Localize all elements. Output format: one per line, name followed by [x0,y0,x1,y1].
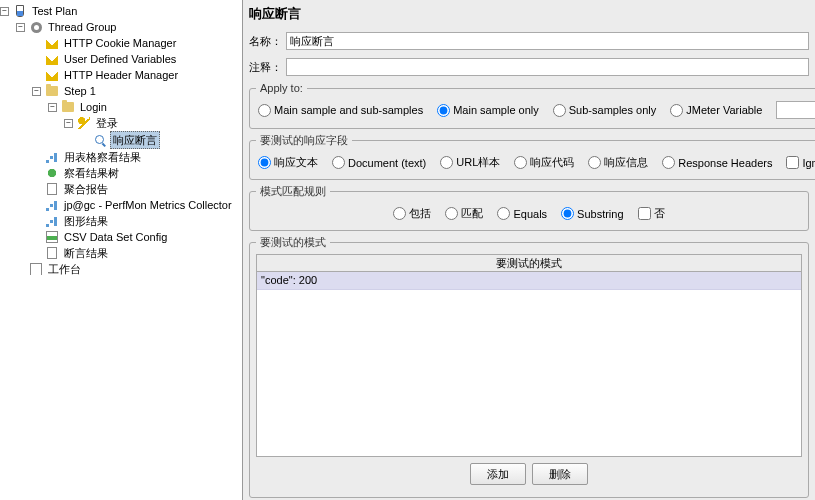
tree-item[interactable]: User Defined Variables [32,51,242,67]
tree-item[interactable]: jp@gc - PerfMon Metrics Collector [32,197,242,213]
tree-item[interactable]: HTTP Cookie Manager [32,35,242,51]
rf-opt5[interactable]: 响应信息 [588,155,648,170]
tree-panel: − Test Plan − Thread Group HTTP Cookie M… [0,0,243,500]
response-field-legend: 要测试的响应字段 [256,133,352,148]
name-input[interactable] [286,32,809,50]
match-rule-legend: 模式匹配规则 [256,184,330,199]
tree-item[interactable]: HTTP Header Manager [32,67,242,83]
rf-opt2[interactable]: Document (text) [332,156,426,169]
tree-item[interactable]: 图形结果 [32,213,242,229]
name-label: 名称： [249,34,282,49]
tree-item[interactable]: 断言结果 [32,245,242,261]
add-button[interactable]: 添加 [470,463,526,485]
panel-title: 响应断言 [243,0,815,28]
apply-opt4[interactable]: JMeter Variable [670,104,762,117]
jmeter-variable-input[interactable] [776,101,815,119]
collapse-icon[interactable]: − [16,23,25,32]
comment-label: 注释： [249,60,282,75]
mr-opt1[interactable]: 包括 [393,206,431,221]
tree-item[interactable]: 察看结果树 [32,165,242,181]
right-panel: 响应断言 名称： 注释： Apply to: Main sample and s… [243,0,815,500]
tree-item[interactable]: 聚合报告 [32,181,242,197]
folder-icon [45,84,59,98]
beaker-icon [13,4,27,18]
tree-threadgroup[interactable]: − Thread Group HTTP Cookie Manager User … [16,19,242,261]
wrench-icon [45,36,59,50]
magnify-icon [93,133,107,147]
doc-icon [45,246,59,260]
rf-opt3[interactable]: URL样本 [440,155,500,170]
tree-step1[interactable]: − Step 1 − Login − 登录 响应断言 [32,83,242,149]
tree-item[interactable]: CSV Data Set Config [32,229,242,245]
tree-item-selected[interactable]: 响应断言 [80,131,242,149]
collapse-icon[interactable]: − [64,119,73,128]
response-field-fieldset: 要测试的响应字段 响应文本 Document (text) URL样本 响应代码… [249,133,815,180]
rf-ignore[interactable]: Ignore Status [786,156,815,169]
tree-login[interactable]: − Login − 登录 响应断言 [48,99,242,149]
mr-opt2[interactable]: 匹配 [445,206,483,221]
tree-label-testplan[interactable]: Test Plan [30,3,79,19]
mr-opt3[interactable]: Equals [497,207,547,220]
mr-not[interactable]: 否 [638,206,665,221]
patterns-legend: 要测试的模式 [256,235,330,250]
wrench-icon [45,68,59,82]
patterns-column-header: 要测试的模式 [256,254,802,272]
chart-icon [45,198,59,212]
folder-icon [61,100,75,114]
csv-icon [45,230,59,244]
apply-to-fieldset: Apply to: Main sample and sub-samples Ma… [249,82,815,129]
doc-icon [45,182,59,196]
rf-opt6[interactable]: Response Headers [662,156,772,169]
apply-to-legend: Apply to: [256,82,307,94]
wrench-icon [45,52,59,66]
rf-opt1[interactable]: 响应文本 [258,155,318,170]
delete-button[interactable]: 删除 [532,463,588,485]
tree-item[interactable]: 用表格察看结果 [32,149,242,165]
patterns-table-body[interactable]: "code": 200 [256,272,802,457]
comment-input[interactable] [286,58,809,76]
apply-opt1[interactable]: Main sample and sub-samples [258,104,423,117]
collapse-icon[interactable]: − [48,103,57,112]
chart-icon [45,214,59,228]
gear-icon [29,20,43,34]
match-rule-fieldset: 模式匹配规则 包括 匹配 Equals Substring 否 [249,184,809,231]
apply-opt3[interactable]: Sub-samples only [553,104,656,117]
tree-root[interactable]: − Test Plan − Thread Group HTTP Cookie M… [0,3,242,277]
key-icon [77,116,91,130]
mr-opt4[interactable]: Substring [561,207,623,220]
patterns-fieldset: 要测试的模式 要测试的模式 "code": 200 添加 删除 [249,235,809,498]
tree-icon [45,166,59,180]
rf-opt4[interactable]: 响应代码 [514,155,574,170]
workbench-icon [29,262,43,276]
apply-opt2[interactable]: Main sample only [437,104,539,117]
collapse-icon[interactable]: − [32,87,41,96]
tree-workbench[interactable]: 工作台 [16,261,242,277]
collapse-icon[interactable]: − [0,7,9,16]
tree-loginreq[interactable]: − 登录 响应断言 [64,115,242,149]
chart-icon [45,150,59,164]
table-row[interactable]: "code": 200 [257,272,801,290]
